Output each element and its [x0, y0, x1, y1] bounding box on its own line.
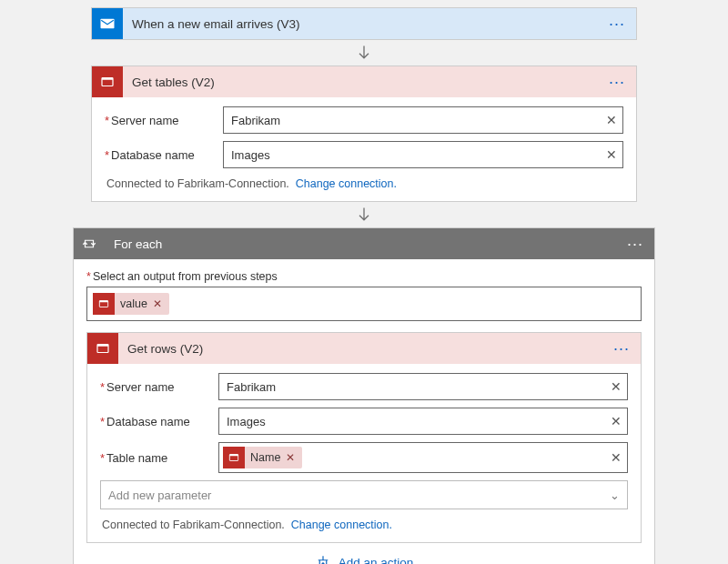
loop-icon	[74, 228, 105, 259]
svg-rect-6	[97, 345, 108, 347]
server-name-label: *Server name	[100, 380, 218, 394]
trigger-more-button[interactable]: ···	[605, 15, 629, 34]
foreach-title: For each	[105, 237, 623, 251]
get-tables-header[interactable]: Get tables (V2) ···	[92, 66, 636, 97]
clear-icon[interactable]: ✕	[611, 415, 622, 428]
outlook-icon	[92, 8, 123, 39]
get-rows-title: Get rows (V2)	[118, 342, 610, 356]
sql-icon	[87, 333, 118, 364]
select-output-input[interactable]: value ✕	[86, 287, 642, 321]
token-remove-icon[interactable]: ✕	[153, 297, 162, 310]
sql-icon	[93, 293, 115, 315]
database-name-input[interactable]: Images ✕	[223, 141, 623, 168]
add-parameter-dropdown[interactable]: Add new parameter ⌄	[100, 480, 628, 509]
name-token[interactable]: Name ✕	[223, 447, 302, 468]
change-connection-link[interactable]: Change connection.	[291, 519, 392, 531]
foreach-more-button[interactable]: ···	[623, 235, 647, 254]
connection-status: Connected to Fabrikam-Connection. Change…	[100, 517, 628, 533]
clear-icon[interactable]: ✕	[606, 148, 617, 161]
table-name-input[interactable]: Name ✕ ✕	[218, 442, 628, 473]
svg-rect-0	[101, 19, 115, 29]
foreach-card: For each ··· *Select an output from prev…	[73, 227, 655, 564]
add-action-button[interactable]: Add an action	[86, 543, 642, 564]
clear-icon[interactable]: ✕	[611, 380, 622, 393]
connection-status: Connected to Fabrikam-Connection. Change…	[105, 176, 623, 192]
get-rows-card: Get rows (V2) ··· *Server name Fabrikam …	[86, 332, 642, 543]
token-remove-icon[interactable]: ✕	[286, 451, 295, 464]
server-name-input[interactable]: Fabrikam ✕	[218, 373, 628, 400]
get-rows-more-button[interactable]: ···	[610, 339, 633, 358]
connector-arrow	[0, 40, 728, 65]
get-tables-card: Get tables (V2) ··· *Server name Fabrika…	[91, 65, 637, 202]
trigger-title: When a new email arrives (V3)	[123, 17, 605, 31]
sql-icon	[223, 447, 245, 468]
foreach-header[interactable]: For each ···	[74, 228, 654, 259]
database-name-label: *Database name	[100, 415, 218, 428]
svg-rect-2	[102, 78, 113, 80]
get-tables-title: Get tables (V2)	[123, 76, 605, 89]
value-token[interactable]: value ✕	[93, 293, 169, 315]
get-tables-more-button[interactable]: ···	[605, 73, 629, 92]
table-name-label: *Table name	[100, 451, 218, 465]
svg-rect-8	[229, 455, 238, 457]
clear-icon[interactable]: ✕	[611, 450, 622, 465]
add-step-icon	[315, 554, 331, 564]
change-connection-link[interactable]: Change connection.	[296, 177, 397, 190]
database-name-input[interactable]: Images ✕	[218, 408, 628, 435]
select-output-label: *Select an output from previous steps	[86, 270, 642, 283]
server-name-input[interactable]: Fabrikam ✕	[223, 106, 623, 134]
database-name-label: *Database name	[105, 148, 223, 162]
sql-icon	[92, 66, 123, 97]
clear-icon[interactable]: ✕	[606, 114, 617, 126]
svg-rect-4	[99, 301, 107, 303]
get-rows-header[interactable]: Get rows (V2) ···	[87, 333, 641, 364]
connector-arrow	[0, 202, 728, 227]
trigger-header[interactable]: When a new email arrives (V3) ···	[92, 8, 636, 39]
server-name-label: *Server name	[105, 114, 223, 127]
trigger-card[interactable]: When a new email arrives (V3) ···	[91, 7, 637, 40]
chevron-down-icon: ⌄	[610, 488, 620, 502]
